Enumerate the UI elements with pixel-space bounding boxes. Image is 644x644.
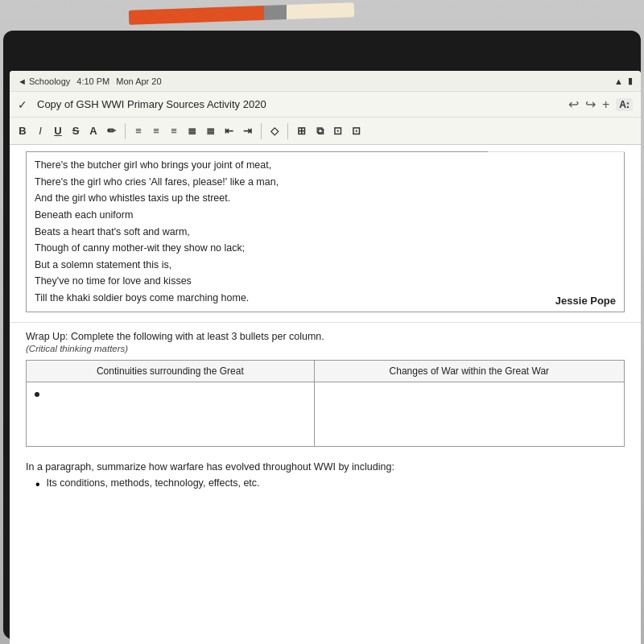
highlight-button[interactable]: ◇	[268, 123, 281, 138]
poem-line-2: There's the girl who cries 'All fares, p…	[35, 174, 480, 191]
indent-decrease-button[interactable]: ⇤	[222, 123, 236, 138]
list-numbered-button[interactable]: ≣	[204, 123, 217, 138]
status-right: ▲ ▮	[614, 76, 633, 86]
bullet-point	[35, 392, 39, 397]
poem-table: There's the butcher girl who brings your…	[26, 151, 625, 312]
wifi-icon: ▲	[614, 76, 623, 86]
poem-attribution-cell: Jessie Pope	[488, 152, 625, 312]
align-right-button[interactable]: ≡	[167, 123, 180, 138]
poem-section: There's the butcher girl who brings your…	[10, 145, 641, 323]
more-button[interactable]: ⊡	[349, 123, 363, 138]
undo-button[interactable]: ↩	[568, 97, 579, 112]
indent-increase-button[interactable]: ⇥	[241, 123, 254, 138]
wrap-up-title: Wrap Up: Complete the following with at …	[26, 331, 625, 342]
poem-lines: There's the butcher girl who brings your…	[35, 157, 480, 307]
time-label: 4:10 PM	[76, 76, 109, 86]
app-name-label[interactable]: ◄ Schoology	[18, 76, 70, 86]
poem-line-1: There's the butcher girl who brings your…	[35, 157, 480, 174]
wrap-up-section: Wrap Up: Complete the following with at …	[10, 323, 641, 453]
author-name: Jessie Pope	[555, 295, 616, 307]
underline-button[interactable]: U	[52, 123, 64, 138]
toolbar-divider-3	[287, 123, 288, 139]
status-bar: ◄ Schoology 4:10 PM Mon Apr 20 ▲ ▮	[10, 71, 641, 92]
poem-line-4: Beneath each uniform	[35, 207, 480, 224]
strikethrough-button[interactable]: S	[69, 123, 82, 138]
toolbar-divider-2	[261, 123, 262, 139]
tablet-screen: ◄ Schoology 4:10 PM Mon Apr 20 ▲ ▮ ✓ Cop…	[10, 71, 641, 644]
table-button[interactable]: ⊞	[295, 123, 308, 138]
col1-content[interactable]	[27, 382, 315, 446]
poem-line-3: And the girl who whistles taxis up the s…	[35, 190, 480, 207]
poem-line-9: Till the khaki soldier boys come marchin…	[35, 290, 480, 307]
document-content[interactable]: There's the butcher girl who brings your…	[10, 145, 641, 644]
paste-button[interactable]: ⊡	[331, 123, 345, 138]
toolbar-divider-1	[125, 123, 126, 139]
summary-bullet-text: Its conditions, methods, technology, eff…	[47, 477, 260, 489]
copy-button[interactable]: ⧉	[313, 123, 326, 139]
col2-header: Changes of War within the Great War	[314, 360, 624, 382]
italic-button[interactable]: I	[34, 123, 47, 138]
pen-button[interactable]: ✏	[105, 123, 118, 138]
align-center-button[interactable]: ≡	[150, 123, 163, 138]
status-left: ◄ Schoology 4:10 PM Mon Apr 20	[18, 76, 162, 86]
bullet-icon: •	[35, 477, 40, 492]
poem-line-8: They've no time for love and kisses	[35, 273, 480, 290]
bold-button[interactable]: B	[16, 123, 29, 138]
summary-title: In a paragraph, summarize how warfare ha…	[26, 461, 625, 473]
formatting-toolbar: B I U S A ✏ ≡ ≡ ≡ ≣ ≣ ⇤ ⇥ ◇ ⊞ ⧉ ⊡ ⊡	[10, 118, 641, 145]
title-bar: ✓ Copy of GSH WWI Primary Sources Activi…	[10, 92, 641, 118]
document-title: Copy of GSH WWI Primary Sources Activity…	[37, 98, 559, 110]
wrap-up-subtitle: (Critical thinking matters)	[26, 344, 625, 353]
comparison-table: Continuities surrounding the Great Chang…	[26, 360, 625, 447]
tablet-bezel: ◄ Schoology 4:10 PM Mon Apr 20 ▲ ▮ ✓ Cop…	[3, 31, 641, 639]
poem-text-cell: There's the butcher girl who brings your…	[27, 152, 488, 312]
summary-bullet-item: • Its conditions, methods, technology, e…	[26, 477, 625, 492]
redo-button[interactable]: ↪	[585, 97, 596, 112]
list-bullet-button[interactable]: ≣	[185, 123, 199, 138]
align-left-button[interactable]: ≡	[132, 123, 145, 138]
add-button[interactable]: +	[602, 97, 609, 112]
summary-section: In a paragraph, summarize how warfare ha…	[10, 453, 641, 500]
poem-line-5: Beats a heart that's soft and warm,	[35, 224, 480, 241]
title-actions: ↩ ↪ + Aː	[568, 97, 633, 112]
poem-line-6: Though of canny mother-wit they show no …	[35, 240, 480, 257]
check-button[interactable]: ✓	[18, 98, 27, 111]
col2-content[interactable]	[314, 382, 624, 446]
poem-line-7: But a solemn statement this is,	[35, 257, 480, 274]
date-label: Mon Apr 20	[116, 76, 161, 86]
battery-indicator: ▮	[628, 76, 633, 86]
font-color-button[interactable]: A	[87, 123, 100, 138]
ai-badge[interactable]: Aː	[616, 98, 633, 111]
col1-header: Continuities surrounding the Great	[27, 360, 315, 382]
